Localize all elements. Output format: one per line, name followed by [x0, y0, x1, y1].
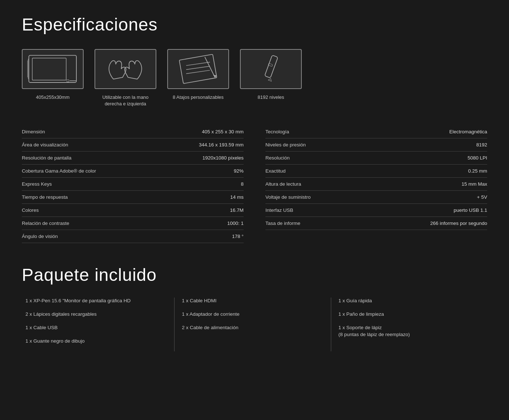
package-item: 2 x Lápices digitales recargables: [22, 311, 163, 318]
package-item: 1 x Cable USB: [22, 324, 163, 331]
svg-line-7: [186, 62, 210, 65]
package-item: 1 x XP-Pen 15.6 "Monitor de pantalla grá…: [22, 298, 163, 304]
package-item: 1 x Guía rápida: [335, 298, 476, 304]
spec-row: Resolución de pantalla1920x1080 píxeles: [22, 152, 244, 165]
spec-value: 344.16 x 193.59 mm: [199, 142, 244, 148]
hands-svg-icon: [98, 52, 152, 86]
spec-label: Interfaz USB: [265, 207, 293, 213]
spec-row: Express Keys8: [22, 178, 244, 191]
spec-row: Tiempo de respuesta14 ms: [22, 191, 244, 204]
spec-row: Relación de contraste1000: 1: [22, 217, 244, 230]
spec-row: Altura de lectura15 mm Max: [265, 178, 487, 191]
spec-value: 16.7M: [230, 207, 244, 213]
spec-label: Relación de contraste: [22, 221, 69, 226]
spec-row: Dimensión405 x 255 x 30 mm: [22, 125, 244, 138]
package-item: 1 x Cable HDMI: [178, 298, 320, 304]
package-col-2: 1 x Guía rápida1 x Paño de limpieza1 x S…: [331, 298, 487, 351]
icon-item-pen: 8192 niveles: [240, 49, 302, 101]
spec-row: Niveles de presión8192: [265, 138, 487, 152]
spec-row: Voltaje de suministro+ 5V: [265, 191, 487, 204]
spec-value: 0.25 mm: [468, 168, 487, 174]
shortcuts-svg-icon: [171, 52, 225, 86]
svg-rect-1: [32, 58, 66, 80]
spec-value: + 5V: [477, 194, 487, 200]
spec-label: Tasa de informe: [265, 221, 300, 226]
spec-row: Cobertura Gama Adobe® de color92%: [22, 165, 244, 178]
package-item: 1 x Paño de limpieza: [335, 311, 476, 318]
shortcuts-icon-box: [167, 49, 229, 89]
specs-title: Especificaciones: [22, 15, 487, 35]
svg-marker-13: [268, 78, 272, 81]
package-item: 1 x Soporte de lápiz (8 puntas de lápiz …: [335, 324, 476, 338]
spec-value: 15 mm Max: [461, 181, 487, 187]
package-col-0: 1 x XP-Pen 15.6 "Monitor de pantalla grá…: [22, 298, 175, 351]
svg-rect-6: [179, 54, 217, 84]
spec-row: Ángulo de visión178 °: [22, 230, 244, 243]
spec-label: Express Keys: [22, 181, 52, 187]
spec-label: Ángulo de visión: [22, 234, 58, 239]
specs-column-right: TecnologíaElectromagnéticaNiveles de pre…: [265, 125, 487, 243]
icons-row: 405x255x30mm Utilizable con la mano dere…: [22, 49, 487, 107]
spec-label: Área de visualización: [22, 142, 68, 148]
package-item: 1 x Guante negro de dibujo: [22, 338, 163, 345]
specs-section: Dimensión405 x 255 x 30 mmÁrea de visual…: [22, 125, 487, 243]
package-title: Paquete incluido: [22, 265, 487, 285]
spec-label: Cobertura Gama Adobe® de color: [22, 168, 96, 174]
icon-item-tablet: 405x255x30mm: [22, 49, 84, 101]
spec-label: Altura de lectura: [265, 181, 301, 187]
pen-icon-label: 8192 niveles: [258, 94, 284, 101]
spec-value: 92%: [234, 168, 244, 174]
spec-label: Colores: [22, 207, 39, 213]
package-columns: 1 x XP-Pen 15.6 "Monitor de pantalla grá…: [22, 298, 487, 351]
spec-row: Tasa de informe266 informes por segundo: [265, 217, 487, 230]
tablet-svg-icon: [25, 52, 80, 86]
shortcuts-icon-label: 8 Atajos personalizables: [173, 94, 224, 101]
spec-label: Resolución: [265, 155, 290, 161]
svg-rect-5: [67, 80, 69, 82]
package-item: 1 x Adaptador de corriente: [178, 311, 320, 318]
svg-line-9: [186, 70, 210, 74]
spec-value: 178 °: [232, 234, 244, 239]
spec-label: Resolución de pantalla: [22, 155, 72, 161]
hands-icon-box: [95, 49, 156, 89]
tablet-icon-label: 405x255x30mm: [36, 94, 70, 101]
package-item: 2 x Cable de alimentación: [178, 324, 320, 331]
spec-row: Resolución5080 LPI: [265, 152, 487, 165]
icon-item-hands: Utilizable con la mano derecha e izquier…: [95, 49, 156, 107]
spec-value: 5080 LPI: [468, 155, 487, 161]
package-section: Paquete incluido 1 x XP-Pen 15.6 "Monito…: [22, 265, 487, 351]
pen-svg-icon: [244, 52, 298, 86]
spec-value: 266 informes por segundo: [430, 221, 487, 226]
spec-label: Niveles de presión: [265, 142, 306, 148]
spec-row: Colores16.7M: [22, 204, 244, 217]
hands-icon-label: Utilizable con la mano derecha e izquier…: [96, 94, 155, 107]
spec-value: 8192: [476, 142, 487, 148]
spec-value: 405 x 255 x 30 mm: [202, 129, 244, 134]
specs-column-left: Dimensión405 x 255 x 30 mmÁrea de visual…: [22, 125, 244, 243]
spec-value: puerto USB 1.1: [454, 207, 487, 213]
spec-row: Exactitud0.25 mm: [265, 165, 487, 178]
spec-value: 14 ms: [230, 194, 244, 200]
spec-row: Interfaz USBpuerto USB 1.1: [265, 204, 487, 217]
page-wrapper: Especificaciones 405x255x30mm: [0, 0, 509, 366]
svg-rect-12: [265, 55, 278, 78]
spec-row: TecnologíaElectromagnética: [265, 125, 487, 138]
spec-label: Tecnología: [265, 129, 289, 134]
spec-label: Dimensión: [22, 129, 45, 134]
package-col-1: 1 x Cable HDMI1 x Adaptador de corriente…: [175, 298, 331, 351]
icon-item-shortcuts: 8 Atajos personalizables: [167, 49, 229, 101]
svg-rect-0: [29, 56, 77, 83]
spec-value: 1920x1080 píxeles: [203, 155, 244, 161]
spec-label: Tiempo de respuesta: [22, 194, 68, 200]
pen-icon-box: [240, 49, 302, 89]
spec-value: 8: [241, 181, 244, 187]
spec-row: Área de visualización344.16 x 193.59 mm: [22, 138, 244, 152]
spec-value: 1000: 1: [227, 221, 244, 226]
spec-value: Electromagnética: [449, 129, 487, 134]
svg-line-8: [186, 66, 210, 70]
tablet-icon-box: [22, 49, 84, 89]
spec-label: Exactitud: [265, 168, 286, 174]
spec-label: Voltaje de suministro: [265, 194, 311, 200]
